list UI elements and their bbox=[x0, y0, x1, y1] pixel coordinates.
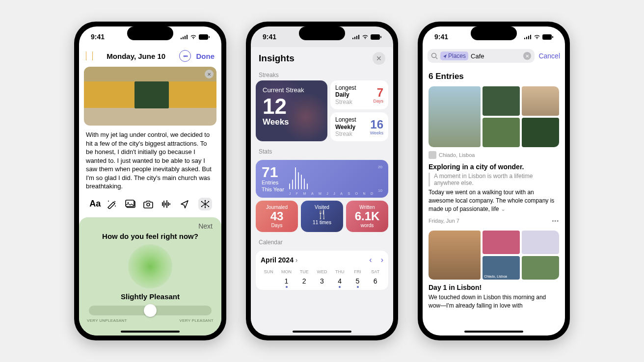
close-button[interactable]: ✕ bbox=[373, 52, 385, 65]
thumbnail[interactable] bbox=[522, 256, 559, 280]
wifi-icon bbox=[190, 34, 197, 39]
current-streak-card[interactable]: Current Streak 12 Weeks bbox=[256, 80, 327, 141]
location-arrow-icon bbox=[443, 54, 447, 58]
svg-rect-18 bbox=[552, 36, 553, 38]
entry-title[interactable]: Day 1 in Lisbon! bbox=[429, 284, 559, 291]
calendar-day[interactable]: 2 bbox=[296, 277, 313, 285]
svg-point-12 bbox=[208, 201, 209, 202]
phone-search: 9:41 Places Cafe ✕ bbox=[418, 22, 570, 340]
home-indicator[interactable] bbox=[293, 331, 351, 333]
written-card[interactable]: Written 6.1K words bbox=[346, 201, 388, 232]
battery-icon bbox=[199, 34, 210, 40]
home-indicator[interactable] bbox=[464, 331, 523, 333]
longest-daily-card[interactable]: LongestDailyStreak 7Days bbox=[330, 80, 388, 109]
dynamic-island bbox=[471, 26, 517, 40]
status-indicators bbox=[352, 34, 381, 40]
calendar-day[interactable]: 3 bbox=[314, 277, 330, 285]
search-input[interactable]: Places Cafe ✕ bbox=[428, 49, 535, 63]
calendar-prev-button[interactable]: ‹ bbox=[369, 256, 372, 264]
mood-slider-thumb[interactable] bbox=[144, 304, 157, 317]
entries-chart-card[interactable]: 71 Entries This Year JFMAMJJASOND 2010 bbox=[256, 160, 388, 197]
insights-title: Insights bbox=[259, 53, 295, 64]
calendar-day[interactable]: 6 bbox=[368, 277, 384, 285]
battery-icon bbox=[542, 34, 553, 40]
entry-photo[interactable]: ✕ bbox=[84, 67, 216, 126]
mood-question: How do you feel right now? bbox=[86, 232, 215, 240]
entry-nav: Monday, June 10 ••• Done bbox=[79, 47, 221, 65]
calendar-next-button[interactable]: › bbox=[381, 256, 383, 264]
mood-min-label: VERY UNPLEASANT bbox=[87, 318, 127, 323]
entry-preview-text: Today we went on a walking tour with an … bbox=[429, 188, 559, 213]
remove-photo-button[interactable]: ✕ bbox=[205, 70, 214, 78]
camera-button[interactable] bbox=[143, 200, 157, 208]
dynamic-island bbox=[127, 26, 173, 40]
thumbnail[interactable] bbox=[429, 86, 481, 147]
expand-icon[interactable]: ⌄ bbox=[501, 206, 506, 212]
entry-title[interactable]: Exploring in a city of wonder. bbox=[429, 163, 559, 171]
svg-point-9 bbox=[205, 200, 206, 201]
cellular-icon bbox=[352, 34, 360, 39]
location-thumb-icon bbox=[429, 151, 436, 159]
current-streak-value: 12 bbox=[263, 96, 321, 117]
svg-point-14 bbox=[208, 206, 209, 207]
magic-button[interactable] bbox=[107, 199, 120, 209]
current-streak-label: Current Streak bbox=[263, 86, 321, 94]
svg-rect-1 bbox=[209, 36, 210, 38]
journaled-card[interactable]: Journaled 43 Days bbox=[256, 201, 298, 232]
thumbnail[interactable] bbox=[483, 231, 520, 254]
current-streak-unit: Weeks bbox=[263, 117, 321, 127]
entry-location-tag[interactable]: Chiado, Lisboa bbox=[429, 151, 559, 159]
bookmark-icon[interactable] bbox=[86, 52, 93, 60]
calendar-day[interactable]: 5 bbox=[349, 277, 366, 285]
clear-search-button[interactable]: ✕ bbox=[523, 52, 531, 60]
entry-body-text[interactable]: With my jet lag under control, we decide… bbox=[79, 128, 221, 194]
dynamic-island bbox=[299, 26, 345, 40]
entry-photo-grid[interactable] bbox=[429, 86, 559, 147]
status-time: 9:41 bbox=[91, 33, 105, 41]
entry-photo-grid[interactable]: Chiado, Lisboa bbox=[429, 231, 559, 280]
done-button[interactable]: Done bbox=[196, 52, 215, 60]
thumbnail[interactable] bbox=[429, 231, 481, 280]
svg-point-3 bbox=[115, 206, 116, 207]
entry-preview-text: We touched down in Lisbon this morning a… bbox=[429, 293, 559, 310]
entry-date: Monday, June 10 bbox=[107, 52, 165, 60]
phone-journal-entry: 9:41 Monday, June 10 ••• Done ✕ With my … bbox=[74, 22, 226, 340]
thumbnail[interactable] bbox=[483, 86, 520, 116]
svg-point-6 bbox=[127, 202, 128, 203]
reflect-button[interactable] bbox=[198, 198, 212, 210]
mood-slider[interactable] bbox=[89, 306, 212, 315]
thumbnail[interactable] bbox=[522, 86, 559, 116]
location-button[interactable] bbox=[180, 200, 194, 208]
thumbnail-map[interactable]: Chiado, Lisboa bbox=[483, 256, 520, 280]
streaks-label: Streaks bbox=[251, 70, 393, 80]
stats-label: Stats bbox=[251, 146, 393, 157]
calendar-card: April 2024 › ‹ › SUNMONTUEWEDTHUFRISAT 1… bbox=[256, 251, 388, 290]
gallery-button[interactable] bbox=[125, 200, 139, 208]
results-count: 6 Entries bbox=[429, 72, 559, 81]
thumbnail[interactable] bbox=[522, 231, 559, 254]
search-token-places[interactable]: Places bbox=[440, 52, 468, 60]
thumbnail[interactable] bbox=[522, 118, 559, 147]
svg-rect-17 bbox=[542, 34, 552, 40]
thumbnail[interactable] bbox=[483, 118, 520, 147]
mood-card: Next How do you feel right now? Slightly… bbox=[79, 217, 221, 336]
longest-weekly-card[interactable]: LongestWeeklyStreak 16Weeks bbox=[330, 112, 388, 141]
search-query: Cafe bbox=[471, 52, 521, 60]
text-style-button[interactable]: Aa bbox=[88, 199, 102, 209]
wifi-icon bbox=[362, 34, 369, 39]
svg-point-8 bbox=[204, 203, 206, 205]
mood-value-label: Slightly Pleasant bbox=[86, 292, 215, 301]
entry-date: Friday, Jun 7 bbox=[429, 218, 459, 224]
calendar-month[interactable]: April 2024 › bbox=[261, 256, 298, 264]
visited-card[interactable]: Visited 🍴 11 times bbox=[301, 201, 343, 232]
cancel-button[interactable]: Cancel bbox=[538, 52, 560, 60]
entry-more-button[interactable]: ••• bbox=[552, 218, 559, 224]
home-indicator[interactable] bbox=[121, 331, 180, 333]
calendar-day[interactable]: 1 bbox=[278, 277, 295, 285]
calendar-day[interactable] bbox=[261, 277, 277, 285]
calendar-day[interactable]: 4 bbox=[332, 277, 348, 285]
audio-button[interactable] bbox=[161, 200, 175, 208]
svg-point-13 bbox=[201, 206, 202, 207]
mood-next-button[interactable]: Next bbox=[86, 222, 215, 230]
more-button[interactable]: ••• bbox=[179, 50, 191, 62]
